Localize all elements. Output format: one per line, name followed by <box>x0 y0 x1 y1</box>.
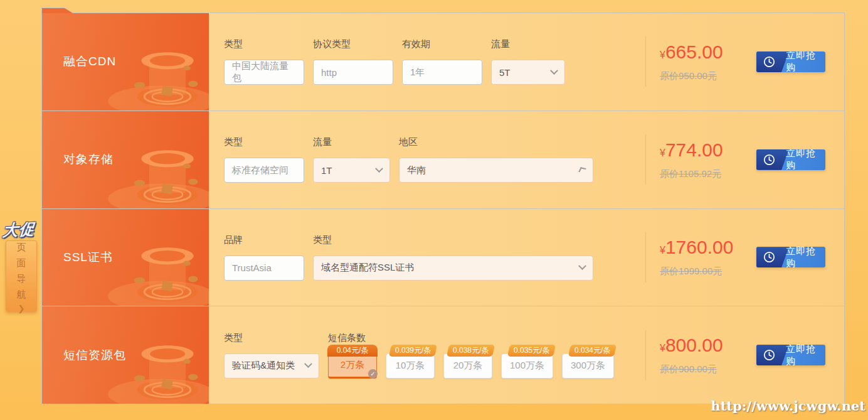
field-label: 类型 <box>224 332 319 344</box>
field-label: 流量 <box>313 136 390 148</box>
field-validity: 有效期 1年 <box>402 38 482 85</box>
traffic-select[interactable]: 5T <box>491 60 565 85</box>
brand-input[interactable]: TrustAsia <box>224 256 304 281</box>
protocol-input[interactable]: http <box>313 60 393 85</box>
select-value: 5T <box>499 67 511 78</box>
field-label: 类型 <box>224 38 304 50</box>
page-nav-char: 页 <box>17 239 26 255</box>
page-nav-char: 面 <box>17 255 26 271</box>
sms-package-option[interactable]: 0.038元/条 20万条 <box>443 353 492 379</box>
type-input[interactable]: 中国大陆流量包 <box>224 60 304 85</box>
product-category-cell: SSL证书 <box>42 209 209 306</box>
field-type: 类型 标准存储空间 <box>224 136 304 183</box>
chevron-right-icon: ❯ <box>18 304 25 313</box>
field-brand: 品牌 TrustAsia <box>224 234 304 281</box>
field-label: 协议类型 <box>313 38 393 50</box>
product-category-cell: 短信资源包 <box>42 306 209 404</box>
field-type: 类型 中国大陆流量包 <box>224 38 304 85</box>
product-category-cell: 对象存储 <box>42 111 209 208</box>
field-sms-type: 类型 验证码&通知类 <box>224 332 319 379</box>
sms-package-option[interactable]: 0.039元/条 10万条 <box>386 353 435 379</box>
unit-price-ribbon: 0.04元/条 <box>327 345 378 357</box>
package-qty: 20万条 <box>453 360 483 372</box>
sms-type-select[interactable]: 验证码&通知类 <box>224 353 319 379</box>
field-traffic: 流量 1T <box>313 136 390 183</box>
unit-price-ribbon: 0.038元/条 <box>447 345 495 357</box>
products-panel: 融合CDN <box>41 8 845 404</box>
sale-price: ¥800.00 <box>660 335 756 356</box>
product-title: 融合CDN <box>42 53 116 70</box>
buy-button-label: 立即抢购 <box>786 345 825 365</box>
check-icon: ✓ <box>368 369 378 379</box>
price-amount: 1760.00 <box>665 237 733 257</box>
field-protocol: 协议类型 http <box>313 38 393 85</box>
field-label: 地区 <box>399 136 593 148</box>
sms-package-option[interactable]: 0.035元/条 100万条 <box>501 353 553 379</box>
package-qty: 2万条 <box>341 359 364 371</box>
validity-input[interactable]: 1年 <box>402 60 482 85</box>
clock-icon <box>763 251 775 263</box>
field-traffic: 流量 5T <box>491 38 565 85</box>
input-value: TrustAsia <box>232 262 272 273</box>
traffic-select[interactable]: 1T <box>313 158 390 183</box>
select-value: 验证码&通知类 <box>232 360 295 372</box>
chevron-down-icon <box>550 67 558 75</box>
field-sms-count: 短信条数 0.04元/条 2万条 ✓ 0.039元/条 10万条 <box>328 332 614 379</box>
input-value: http <box>321 67 337 78</box>
field-label: 流量 <box>491 38 565 50</box>
product-illustration <box>100 134 209 208</box>
product-title: SSL证书 <box>42 249 113 266</box>
select-value: 华南 <box>407 164 426 176</box>
sms-package-options: 0.04元/条 2万条 ✓ 0.039元/条 10万条 0.038元/条 <box>328 353 614 379</box>
button-clock-segment <box>756 51 789 72</box>
product-illustration <box>100 36 209 110</box>
buy-now-button[interactable]: 立即抢购 <box>756 51 825 72</box>
price-block: ¥665.00 原价950.00元 <box>646 41 756 82</box>
buy-now-button[interactable]: 立即抢购 <box>756 149 825 170</box>
package-qty: 10万条 <box>396 360 425 372</box>
product-row-sms: 短信资源包 <box>42 306 844 404</box>
clock-icon <box>763 154 775 166</box>
price-amount: 665.00 <box>665 41 723 62</box>
price-amount: 774.00 <box>665 139 723 160</box>
collapse-arrow-icon <box>578 167 586 173</box>
product-row-ssl: SSL证书 <box>42 208 844 306</box>
buy-now-button[interactable]: 立即抢购 <box>756 247 825 267</box>
currency-symbol: ¥ <box>660 245 665 256</box>
field-region: 地区 华南 <box>399 136 593 183</box>
cert-type-select[interactable]: 域名型通配符SSL证书 <box>313 256 593 281</box>
currency-symbol: ¥ <box>660 50 665 60</box>
region-select[interactable]: 华南 <box>399 158 593 183</box>
field-label: 品牌 <box>224 234 304 246</box>
sale-price: ¥774.00 <box>660 139 756 161</box>
product-row-cos: 对象存储 <box>42 110 844 208</box>
unit-price-ribbon: 0.034元/条 <box>568 345 617 357</box>
page: 大促 页 面 导 航 ❯ 融合CDN <box>0 0 868 420</box>
currency-symbol: ¥ <box>660 148 665 158</box>
package-qty: 300万条 <box>571 360 605 372</box>
button-clock-segment <box>756 345 789 365</box>
page-nav-tab[interactable]: 页 面 导 航 ❯ <box>6 240 37 312</box>
chevron-down-icon <box>578 262 586 271</box>
original-price: 原价1999.00元 <box>660 266 756 277</box>
sms-package-option[interactable]: 0.04元/条 2万条 ✓ <box>328 353 377 379</box>
field-label: 短信条数 <box>328 332 614 344</box>
product-title: 对象存储 <box>42 151 114 168</box>
price-block: ¥774.00 原价1105.92元 <box>646 139 756 180</box>
select-value: 1T <box>321 165 332 176</box>
price-block: ¥1760.00 原价1999.00元 <box>646 237 756 277</box>
currency-symbol: ¥ <box>660 343 665 353</box>
product-illustration <box>100 232 209 306</box>
buy-button-label: 立即抢购 <box>786 51 825 72</box>
price-amount: 800.00 <box>665 335 723 355</box>
sms-package-option[interactable]: 0.034元/条 300万条 <box>562 353 614 379</box>
field-label: 有效期 <box>402 38 482 50</box>
buy-now-button[interactable]: 立即抢购 <box>756 345 825 365</box>
product-title: 短信资源包 <box>42 347 126 363</box>
sale-price: ¥1760.00 <box>660 237 756 258</box>
product-row-cdn: 融合CDN <box>42 13 844 110</box>
storage-type-input[interactable]: 标准存储空间 <box>224 158 304 183</box>
field-label: 类型 <box>224 136 304 148</box>
field-cert-type: 类型 域名型通配符SSL证书 <box>313 234 593 281</box>
product-illustration <box>100 330 209 404</box>
